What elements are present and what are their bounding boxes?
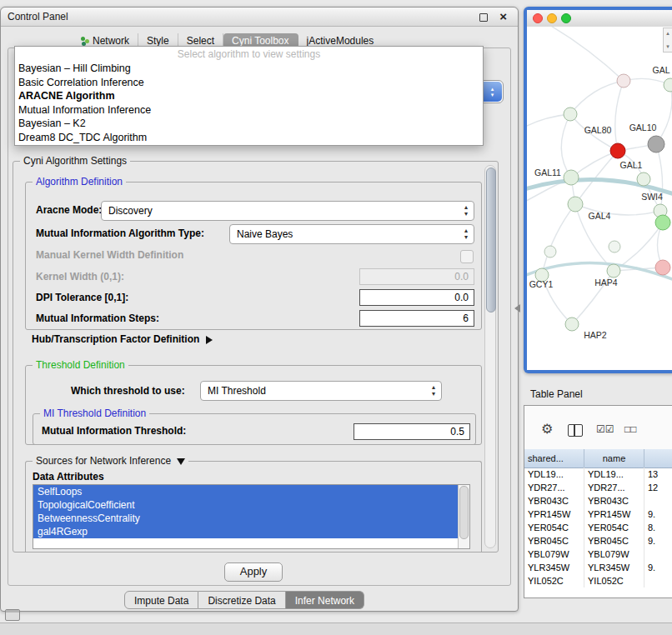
node-label-hap2: HAP2 xyxy=(584,330,607,340)
table-panel-label: Table Panel xyxy=(530,388,583,400)
network-canvas[interactable]: GALGAL80GAL10GAL1GAL11SWI4GAL4GCY1HAP4HA… xyxy=(527,27,672,370)
kernel-width-label: Kernel Width (0,1): xyxy=(36,271,124,282)
network-node[interactable] xyxy=(544,246,556,258)
column-header-extra[interactable] xyxy=(644,449,672,468)
column-header-name[interactable]: name xyxy=(584,449,644,468)
table-cell: YDR27... xyxy=(584,481,644,494)
bottom-tab-discretize-data[interactable]: Discretize Data xyxy=(198,591,285,609)
table-row[interactable]: YBR045CYBR045C9. xyxy=(524,534,672,548)
network-scrollbar[interactable]: ▴▾ xyxy=(663,28,672,52)
table-row[interactable]: YIL052CYIL052C xyxy=(524,574,672,588)
network-edge xyxy=(570,81,624,114)
columns-icon[interactable] xyxy=(568,424,583,437)
network-node[interactable] xyxy=(617,74,630,88)
network-titlebar[interactable] xyxy=(527,10,672,28)
algorithm-option-bayesian-hill-climbing[interactable]: Bayesian – Hill Climbing xyxy=(15,62,483,76)
control-panel-titlebar[interactable]: Control Panel × xyxy=(1,8,518,27)
dpi-tolerance-input[interactable]: 0.0 xyxy=(359,289,474,306)
aracne-mode-label: Aracne Mode: xyxy=(36,204,102,216)
table-cell: YBL079W xyxy=(584,548,644,561)
combo-stepper-icon: ▴▾ xyxy=(483,82,502,102)
table-header: shared...name xyxy=(524,449,672,468)
table-row[interactable]: YPR145WYPR145W9. xyxy=(524,508,672,521)
network-graph: GALGAL80GAL10GAL1GAL11SWI4GAL4GCY1HAP4HA… xyxy=(527,27,672,370)
manual-kernel-checkbox[interactable] xyxy=(460,250,474,263)
network-node-gal1[interactable] xyxy=(637,172,650,186)
network-node-hap2[interactable] xyxy=(565,318,579,331)
table-cell: YER054C xyxy=(524,521,584,534)
gear-icon[interactable]: ⚙ xyxy=(541,422,553,436)
algorithm-option-bayesian-k2[interactable]: Bayesian – K2 xyxy=(15,117,483,131)
table-row[interactable]: YDR27...YDR27...12 xyxy=(524,481,672,494)
table-cell xyxy=(644,548,672,561)
threshold-type-select[interactable]: MI Threshold ▴▾ xyxy=(200,381,442,401)
select-checks-icon[interactable]: ☑☑ xyxy=(596,424,614,435)
network-edge xyxy=(614,222,663,271)
table-cell: YDR27... xyxy=(524,481,584,494)
scroll-down-icon[interactable]: ▾ xyxy=(666,43,669,50)
sources-group-title[interactable]: Sources for Network Inference xyxy=(33,455,188,467)
network-edge xyxy=(615,81,624,151)
mi-threshold-group-title: MI Threshold Definition xyxy=(40,408,149,419)
node-label-gal1: GAL1 xyxy=(620,160,643,170)
kernel-width-input[interactable]: 0.0 xyxy=(359,268,474,285)
table-row[interactable]: YBL079WYBL079W xyxy=(524,548,672,561)
data-attributes-list[interactable]: SelfLoopsTopologicalCoefficientBetweenne… xyxy=(33,484,470,549)
list-scrollbar[interactable] xyxy=(458,485,469,548)
attribute-item-selfloops[interactable]: SelfLoops xyxy=(33,485,459,498)
combo-arrows-icon: ▴▾ xyxy=(464,204,468,218)
column-header-shared[interactable]: shared... xyxy=(524,449,584,468)
table-cell: YPR145W xyxy=(524,508,584,521)
attribute-item-gal4rgexp[interactable]: gal4RGexp xyxy=(33,525,459,538)
network-node[interactable] xyxy=(609,241,620,252)
mi-algorithm-type-label: Mutual Information Algorithm Type: xyxy=(36,228,204,239)
aracne-mode-select[interactable]: Discovery ▴▾ xyxy=(101,201,474,221)
table-row[interactable]: YLR345WYLR345W9. xyxy=(524,561,672,574)
network-node-hap4[interactable] xyxy=(607,264,620,278)
network-node[interactable] xyxy=(655,215,670,230)
minimize-traffic-light-icon[interactable] xyxy=(547,13,557,23)
table-row[interactable]: YER054CYER054C8. xyxy=(524,521,672,534)
algorithm-option-mutual-information-inference[interactable]: Mutual Information Inference xyxy=(15,103,483,118)
scroll-up-icon[interactable]: ▴ xyxy=(666,30,669,37)
network-node[interactable] xyxy=(655,260,670,275)
algorithm-option-basic-correlation-inference[interactable]: Basic Correlation Inference xyxy=(15,76,483,90)
bottom-tab-infer-network[interactable]: Infer Network xyxy=(286,591,364,609)
table-body: YDL19...YDL19...13YDR27...YDR27...12YBR0… xyxy=(524,468,672,598)
hub-definition-toggle[interactable]: Hub/Transcription Factor Definition xyxy=(32,333,213,345)
zoom-traffic-light-icon[interactable] xyxy=(561,13,571,23)
node-label-hap4: HAP4 xyxy=(594,278,618,288)
table-cell: YBR045C xyxy=(584,534,644,548)
settings-scrollbar[interactable] xyxy=(484,165,496,548)
attribute-item-betweennesscentrality[interactable]: BetweennessCentrality xyxy=(33,512,459,525)
list-scrollbar-thumb[interactable] xyxy=(459,486,469,539)
algorithm-option-aracne-algorithm[interactable]: ARACNE Algorithm xyxy=(15,89,483,103)
network-node[interactable] xyxy=(610,143,625,158)
float-window-icon[interactable] xyxy=(479,13,488,22)
apply-button[interactable]: Apply xyxy=(224,562,283,582)
bottom-tab-impute-data[interactable]: Impute Data xyxy=(124,591,198,609)
splitter-collapse-icon[interactable] xyxy=(514,304,520,312)
network-node-gal[interactable] xyxy=(664,78,672,92)
deselect-checks-icon[interactable]: □□ xyxy=(624,424,637,435)
threshold-definition-title: Threshold Definition xyxy=(33,359,128,371)
algorithm-option-dream8-dc-tdc-algorithm[interactable]: Dream8 DC_TDC Algorithm xyxy=(15,131,483,145)
mi-steps-input[interactable]: 6 xyxy=(359,310,474,327)
table-cell: YPR145W xyxy=(584,508,644,521)
mi-threshold-input[interactable]: 0.5 xyxy=(354,423,470,440)
minimized-window-icon[interactable] xyxy=(5,609,20,621)
network-node-gal80[interactable] xyxy=(564,108,577,121)
table-cell: 9. xyxy=(644,534,672,548)
table-row[interactable]: YBR043CYBR043C xyxy=(524,494,672,508)
table-cell: YBR043C xyxy=(524,494,584,508)
network-node-gal4[interactable] xyxy=(568,197,583,212)
close-traffic-light-icon[interactable] xyxy=(533,13,543,23)
close-window-icon[interactable]: × xyxy=(499,9,507,23)
table-row[interactable]: YDL19...YDL19...13 xyxy=(524,468,672,481)
network-node-gal11[interactable] xyxy=(564,170,579,185)
mi-algorithm-type-select[interactable]: Naive Bayes ▴▾ xyxy=(229,224,474,244)
network-view-frame: GALGAL80GAL10GAL1GAL11SWI4GAL4GCY1HAP4HA… xyxy=(527,10,672,370)
network-node-gal10[interactable] xyxy=(648,136,664,152)
settings-scrollbar-thumb[interactable] xyxy=(486,168,496,312)
attribute-item-topologicalcoefficient[interactable]: TopologicalCoefficient xyxy=(33,498,459,512)
